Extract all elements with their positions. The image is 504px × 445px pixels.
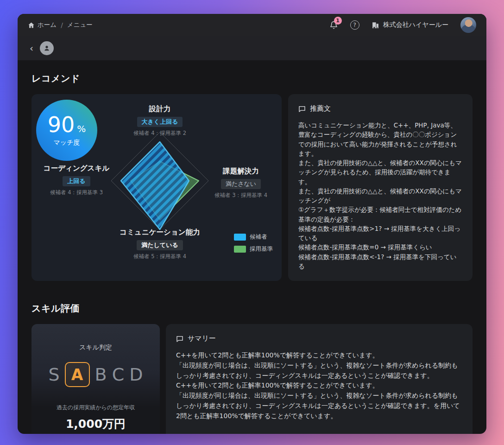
match-score-circle: 90 % マッチ度 — [36, 100, 97, 161]
axis-design-note: 候補者 4：採用基準 2 — [107, 130, 213, 137]
match-value: 90 — [48, 114, 75, 135]
legend-standard-label: 採用基準 — [250, 245, 273, 253]
legend-candidate: 候補者 — [234, 233, 273, 241]
comment-icon — [176, 335, 183, 343]
match-radar-card: 90 % マッチ度 — [32, 94, 282, 281]
radar-series-candidate — [121, 142, 189, 229]
legend-candidate-label: 候補者 — [250, 233, 267, 241]
summary-line: C++を用いて2問とも正解率100%で解答することができています。 — [176, 350, 462, 361]
recommendation-paragraph: 高いコミュニケーション能力と、C++、PHP, Java等、豊富なコーディングの… — [298, 121, 462, 158]
axis-problem-solving: 課題解決力 満たさない 候補者 3：採用基準 4 — [188, 166, 294, 199]
recommendation-body: 高いコミュニケーション能力と、C++、PHP, Java等、豊富なコーディングの… — [298, 121, 462, 271]
top-navigation-bar: ホーム / メニュー 1 ? 株式会社ハイヤールー — [18, 14, 486, 36]
building-icon — [372, 21, 379, 29]
summary-line: C++を用いて2問とも正解率100%で解答することができています。 — [176, 381, 462, 391]
recommendation-card: 推薦文 高いコミュニケーション能力と、C++、PHP, Java等、豊富なコーデ… — [288, 94, 472, 281]
grade-b: B — [95, 364, 107, 385]
legend-standard-swatch — [234, 246, 246, 253]
recommendation-rule: 基準の定義が必要： — [298, 215, 462, 224]
axis-design-badge: 大きく上回る — [137, 117, 183, 127]
person-icon — [43, 44, 50, 52]
summary-line: 「出現頻度が同じ場合は、出現順にソートする」という、複雑なソート条件が求められる… — [176, 391, 462, 421]
axis-coding-badge: 上回る — [63, 176, 90, 186]
grade-c: C — [112, 364, 125, 385]
notifications-button[interactable]: 1 — [329, 21, 338, 30]
recommend-heading: レコメンド — [32, 72, 472, 85]
topbar-actions: 1 ? 株式会社ハイヤールー — [329, 17, 476, 33]
summary-title-row: サマリー — [176, 334, 462, 343]
breadcrumb-home-label: ホーム — [38, 21, 57, 29]
breadcrumb-separator: / — [61, 21, 63, 29]
match-label: マッチ度 — [54, 139, 80, 147]
recommendation-rule: 候補者点数-採用基準点数>1? → 採用基準を大きく上回っている — [298, 224, 462, 243]
notification-count-badge: 1 — [334, 17, 342, 25]
recommendation-rule: 候補者点数-採用基準点数<-1? → 採用基準を下回っている — [298, 252, 462, 271]
recommendation-paragraph: また、貴社の使用技術の△△と、候補者のXXの関心にもマッチングが見られるため、採… — [298, 158, 462, 186]
back-button[interactable]: ‹ — [30, 44, 33, 53]
candidate-avatar[interactable] — [40, 41, 54, 55]
recommendation-paragraph: ①グラフ＋数字提示が必要：候補者同士で相対評価のため — [298, 205, 462, 214]
axis-coding-note: 候補者 4：採用基準 3 — [23, 189, 130, 196]
axis-communication: コミュニケーション能力 満たしている 候補者 5：採用基準 4 — [95, 228, 225, 260]
salary-value: 1,000万円 — [66, 416, 126, 432]
company-name: 株式会社ハイヤールー — [383, 21, 448, 29]
home-icon — [28, 22, 35, 29]
axis-design-label: 設計力 — [107, 104, 213, 114]
recommendation-rule: 候補者点数-採用基準点数=0 → 採用基準くらい — [298, 242, 462, 252]
recommendation-title-row: 推薦文 — [298, 104, 462, 113]
skill-judgement-title: スキル判定 — [79, 343, 112, 352]
comment-icon — [298, 105, 306, 113]
axis-problem-solving-badge: 満たさない — [221, 179, 261, 189]
axis-problem-solving-note: 候補者 3：採用基準 4 — [188, 192, 294, 199]
breadcrumb-home[interactable]: ホーム — [28, 21, 57, 29]
breadcrumb-current[interactable]: メニュー — [67, 21, 93, 29]
summary-line: 「出現頻度が同じ場合は、出現順にソートする」という、複雑なソート条件が求められる… — [176, 361, 462, 381]
main-content: レコメンド 90 % マッチ度 — [18, 60, 486, 434]
company-selector[interactable]: 株式会社ハイヤールー — [372, 21, 448, 29]
match-unit: % — [77, 123, 86, 134]
radar-legend: 候補者 採用基準 — [234, 233, 273, 253]
grade-s: S — [48, 364, 59, 385]
grade-a-selected: A — [65, 362, 90, 387]
summary-card: サマリー C++を用いて2問とも正解率100%で解答することができています。 「… — [166, 324, 472, 434]
summary-body: C++を用いて2問とも正解率100%で解答することができています。 「出現頻度が… — [176, 350, 462, 421]
skill-heading: スキル評価 — [32, 302, 472, 315]
legend-candidate-swatch — [234, 234, 246, 241]
summary-title: サマリー — [188, 334, 216, 343]
axis-communication-label: コミュニケーション能力 — [95, 228, 225, 237]
help-button[interactable]: ? — [350, 20, 359, 30]
candidate-header: ‹ — [18, 36, 486, 60]
user-avatar[interactable] — [460, 17, 476, 33]
recommendation-title: 推薦文 — [310, 104, 331, 113]
app-window: ホーム / メニュー 1 ? 株式会社ハイヤールー ‹ レコメン — [18, 14, 486, 434]
salary-label: 過去の採用実績からの想定年収 — [57, 404, 135, 412]
breadcrumb: ホーム / メニュー — [28, 21, 93, 29]
axis-communication-note: 候補者 5：採用基準 4 — [95, 253, 225, 260]
legend-standard: 採用基準 — [234, 245, 273, 253]
recommendation-paragraph: また、貴社の使用技術の△△と、候補者のXXの関心にもマッチングが — [298, 186, 462, 205]
axis-communication-badge: 満たしている — [137, 240, 183, 250]
axis-design: 設計力 大きく上回る 候補者 4：採用基準 2 — [107, 104, 213, 137]
grade-d: D — [129, 364, 143, 385]
axis-coding-label: コーディングスキル — [23, 164, 130, 173]
axis-problem-solving-label: 課題解決力 — [188, 166, 294, 176]
axis-coding: コーディングスキル 上回る 候補者 4：採用基準 3 — [23, 164, 130, 196]
skill-judgement-card: スキル判定 S A B C D 過去の採用実績からの想定年収 1,000万円 — [32, 324, 160, 434]
grade-scale: S A B C D — [48, 362, 143, 387]
question-mark-icon: ? — [350, 20, 359, 30]
